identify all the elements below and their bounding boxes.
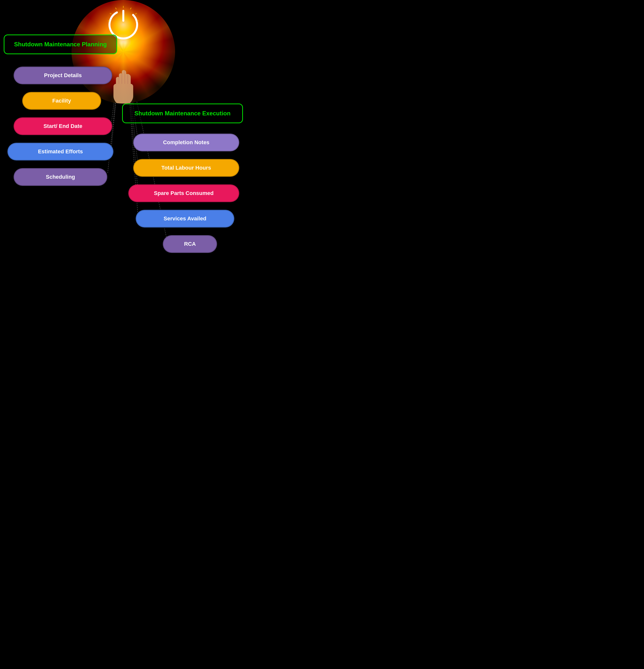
svg-line-18 (108, 21, 110, 21)
spare-parts-card[interactable]: Spare Parts Consumed (128, 184, 239, 202)
start-end-date-label: Start/ End Date (43, 123, 82, 129)
services-availed-card[interactable]: Services Availed (136, 210, 234, 228)
svg-line-15 (137, 21, 139, 21)
hand-shape (109, 67, 138, 103)
project-details-label: Project Details (44, 72, 82, 79)
estimated-efforts-label: Estimated Efforts (38, 148, 83, 155)
completion-notes-card[interactable]: Completion Notes (133, 133, 239, 151)
total-labour-label: Total Labour Hours (161, 165, 211, 171)
scheduling-card[interactable]: Scheduling (14, 168, 107, 186)
estimated-efforts-card[interactable]: Estimated Efforts (8, 143, 113, 160)
execution-title-text: Shutdown Maintenance Execution (135, 110, 230, 117)
project-details-card[interactable]: Project Details (14, 67, 112, 84)
facility-card[interactable]: Facility (22, 92, 101, 110)
rca-card[interactable]: RCA (163, 235, 217, 253)
planning-title-text: Shutdown Maintenance Planning (14, 41, 107, 48)
rca-label: RCA (184, 241, 196, 247)
scheduling-label: Scheduling (46, 174, 75, 180)
planning-title: Shutdown Maintenance Planning (4, 34, 117, 54)
total-labour-card[interactable]: Total Labour Hours (133, 159, 239, 177)
services-availed-label: Services Availed (164, 215, 206, 222)
main-container: Shutdown Maintenance Planning Project De… (0, 0, 247, 256)
spare-parts-label: Spare Parts Consumed (154, 190, 214, 197)
facility-label: Facility (52, 98, 71, 104)
execution-title: Shutdown Maintenance Execution (122, 103, 243, 123)
start-end-date-card[interactable]: Start/ End Date (14, 117, 112, 135)
completion-notes-label: Completion Notes (163, 139, 209, 146)
